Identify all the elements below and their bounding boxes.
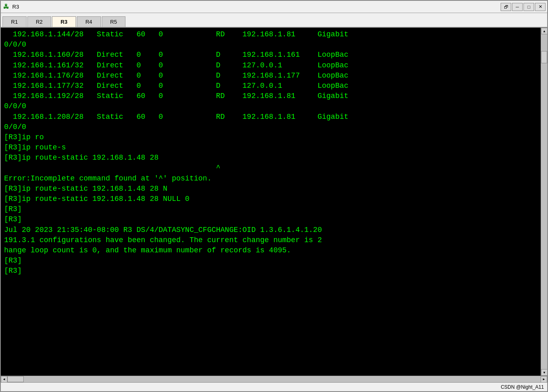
terminal-line: 192.168.1.192/28 Static 60 0 RD 192.168.…	[4, 91, 544, 101]
terminal-line: [R3]	[4, 256, 544, 266]
terminal-line: [R3]ip ro	[4, 132, 544, 143]
scroll-up-button[interactable]: ▲	[541, 28, 547, 34]
terminal-line: 192.168.1.177/32 Direct 0 0 D 127.0.0.1 …	[4, 81, 544, 91]
scroll-track-horizontal[interactable]	[7, 376, 541, 382]
terminal-line: ^	[4, 163, 544, 173]
terminal-content: 192.168.1.144/28 Static 60 0 RD 192.168.…	[4, 29, 544, 276]
main-window: 🖧 R3 🗗 ─ □ ✕ R1 R2 R3 R4 R5 192.168.1.14…	[0, 0, 548, 392]
terminal-line: 192.168.1.160/28 Direct 0 0 D 192.168.1.…	[4, 50, 544, 60]
status-bar: CSDN @Night_A11	[1, 382, 547, 391]
minimize-button[interactable]: ─	[512, 3, 523, 11]
terminal-line: 192.168.1.176/28 Direct 0 0 D 192.168.1.…	[4, 71, 544, 81]
terminal-line: 191.3.1 configurations have been changed…	[4, 235, 544, 245]
scroll-left-button[interactable]: ◀	[1, 376, 7, 383]
terminal-line: [R3]ip route-s	[4, 143, 544, 153]
terminal-line: 192.168.1.144/28 Static 60 0 RD 192.168.…	[4, 29, 544, 40]
tab-r4[interactable]: R4	[77, 16, 101, 27]
terminal-line: Jul 20 2023 21:35:40-08:00 R3 DS/4/DATAS…	[4, 225, 544, 235]
terminal-line: [R3]ip route-static 192.168.1.48 28 N	[4, 184, 544, 194]
status-text: CSDN @Night_A11	[501, 384, 544, 390]
terminal-line: [R3]	[4, 214, 544, 225]
horizontal-scrollbar[interactable]: ◀ ▶	[1, 376, 547, 382]
tab-r3[interactable]: R3	[52, 16, 76, 27]
window-title: R3	[12, 4, 501, 10]
terminal-line: 0/0/0	[4, 122, 544, 132]
title-bar: 🖧 R3 🗗 ─ □ ✕	[1, 1, 547, 13]
terminal-line: 0/0/0	[4, 40, 544, 50]
terminal-line: [R3]	[4, 204, 544, 214]
terminal-wrapper: 192.168.1.144/28 Static 60 0 RD 192.168.…	[1, 28, 547, 376]
maximize-button[interactable]: □	[523, 3, 534, 11]
scroll-right-button[interactable]: ▶	[541, 376, 547, 383]
terminal-line: 192.168.1.161/32 Direct 0 0 D 127.0.0.1 …	[4, 60, 544, 71]
window-icon: 🖧	[2, 3, 10, 11]
tab-r2[interactable]: R2	[27, 16, 51, 27]
tab-bar: R1 R2 R3 R4 R5	[1, 13, 547, 28]
tab-r1[interactable]: R1	[2, 16, 27, 27]
close-button[interactable]: ✕	[535, 3, 546, 11]
terminal-line: [R3]	[4, 266, 544, 276]
tab-r5[interactable]: R5	[102, 16, 126, 27]
terminal-line: Error:Incomplete command found at '^' po…	[4, 174, 544, 184]
vertical-scrollbar[interactable]: ▲ ▼	[541, 28, 547, 376]
scroll-down-button[interactable]: ▼	[541, 369, 547, 376]
scroll-thumb-horizontal[interactable]	[7, 376, 24, 382]
terminal-line: 0/0/0	[4, 101, 544, 111]
window-controls: 🗗 ─ □ ✕	[501, 3, 546, 11]
restore-button[interactable]: 🗗	[501, 3, 511, 11]
terminal-line: [R3]ip route-static 192.168.1.48 28 NULL…	[4, 194, 544, 204]
terminal[interactable]: 192.168.1.144/28 Static 60 0 RD 192.168.…	[1, 28, 547, 278]
scroll-thumb-vertical[interactable]	[541, 51, 547, 63]
scroll-track-vertical[interactable]	[541, 34, 547, 369]
terminal-line: hange loop count is 0, and the maximum n…	[4, 245, 544, 256]
main-area: 192.168.1.144/28 Static 60 0 RD 192.168.…	[1, 28, 547, 376]
terminal-line: [R3]ip route-static 192.168.1.48 28	[4, 153, 544, 163]
terminal-line: 192.168.1.208/28 Static 60 0 RD 192.168.…	[4, 112, 544, 122]
